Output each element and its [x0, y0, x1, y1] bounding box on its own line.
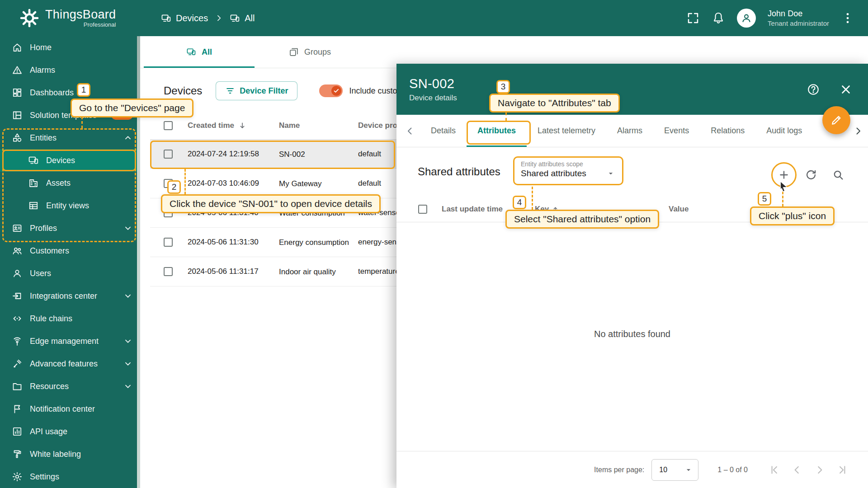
tab-groups[interactable]: Groups [255, 36, 365, 68]
row-checkbox[interactable] [164, 208, 173, 217]
sidebar-item-home[interactable]: Home [0, 36, 140, 59]
last-page-button[interactable] [836, 464, 848, 476]
column-label: Created time [188, 121, 234, 130]
breadcrumb-devices[interactable]: Devices [161, 13, 208, 23]
drawer-tab-details[interactable]: Details [420, 115, 467, 147]
empty-state: No attributes found [396, 329, 868, 339]
home-icon [12, 42, 23, 53]
sidebar-item-assets[interactable]: Assets [0, 172, 140, 194]
sidebar-item-alarms[interactable]: Alarms [0, 59, 140, 81]
devices-group-icon [230, 13, 240, 23]
column-created-time[interactable]: Created time [188, 121, 279, 130]
cell-name: Water consumption [279, 208, 358, 218]
sidebar-item-profiles[interactable]: Profiles [0, 217, 140, 239]
refresh-icon [805, 169, 817, 181]
add-attribute-button[interactable] [778, 169, 790, 181]
thingsboard-logo[interactable]: ThingsBoard Professional [0, 8, 140, 28]
scope-value: Shared attributes [521, 169, 586, 178]
first-page-button[interactable] [769, 464, 780, 476]
drawer-tab-latest-telemetry[interactable]: Latest telemetry [527, 115, 606, 147]
edit-icon [830, 114, 843, 127]
drawer-title: SN-002 [409, 76, 457, 91]
sidebar-item-label: Entity views [46, 201, 89, 211]
page-size-value: 10 [659, 466, 667, 474]
items-per-page-label: Items per page: [594, 466, 644, 474]
column-key[interactable]: Key [535, 205, 669, 214]
include-customers-toggle[interactable] [319, 84, 343, 97]
sidebar-item-label: Users [30, 269, 51, 278]
previous-page-button[interactable] [791, 464, 803, 476]
drawer-tab-audit-logs[interactable]: Audit logs [755, 115, 813, 147]
next-page-button[interactable] [814, 464, 826, 476]
cell-created-time: 2024-05-06 11:31:17 [188, 267, 279, 276]
sidebar-item-white-labeling[interactable]: White labeling [0, 443, 140, 465]
first-page-icon [769, 464, 780, 476]
notifications-button[interactable] [712, 11, 725, 25]
sidebar-item-rule-chains[interactable]: Rule chains [0, 307, 140, 330]
breadcrumb-all[interactable]: All [230, 13, 255, 23]
drawer-tab-events[interactable]: Events [653, 115, 700, 147]
cell-created-time: 2024-05-06 11:31:40 [188, 208, 279, 217]
drawer-tab-alarms[interactable]: Alarms [606, 115, 653, 147]
device-filter-button[interactable]: Device Filter [216, 81, 297, 100]
row-checkbox[interactable] [164, 267, 173, 276]
column-value: Value [669, 205, 868, 214]
sidebar-item-devices[interactable]: Devices [0, 149, 140, 172]
sidebar-item-api-usage[interactable]: API usage [0, 420, 140, 443]
sidebar-item-edge-management[interactable]: Edge management [0, 330, 140, 352]
tab-label: Groups [304, 47, 331, 57]
avatar[interactable] [737, 9, 756, 28]
refresh-button[interactable] [805, 169, 817, 181]
sidebar-item-settings[interactable]: Settings [0, 465, 140, 488]
drawer-tab-attributes[interactable]: Attributes [467, 115, 527, 147]
sidebar-item-advanced-features[interactable]: Advanced features [0, 352, 140, 375]
row-checkbox[interactable] [164, 150, 173, 159]
sidebar-scrollbar-thumb[interactable] [137, 36, 140, 117]
sidebar-item-entity-views[interactable]: Entity views [0, 194, 140, 217]
help-button[interactable] [807, 83, 820, 96]
sidebar-scrollbar[interactable] [137, 36, 140, 488]
sidebar-item-label: Devices [46, 156, 75, 165]
page-title: Devices [164, 84, 202, 97]
last-page-icon [836, 464, 848, 476]
tabs-scroll-left[interactable] [400, 115, 420, 147]
sidebar-item-entities[interactable]: Entities [0, 127, 140, 149]
search-icon [832, 169, 844, 181]
profiles-icon [12, 223, 23, 234]
sidebar-item-integrations-center[interactable]: Integrations center [0, 285, 140, 307]
sidebar-item-customers[interactable]: Customers [0, 239, 140, 262]
row-checkbox[interactable] [164, 238, 173, 247]
sidebar-item-label: White labeling [30, 450, 81, 459]
cell-name: SN-002 [279, 150, 358, 159]
search-button[interactable] [832, 169, 844, 181]
select-all-checkbox[interactable] [164, 121, 173, 130]
caret-down-icon [684, 465, 693, 475]
sidebar-item-resources[interactable]: Resources [0, 375, 140, 398]
drawer-tab-relations[interactable]: Relations [700, 115, 755, 147]
attributes-table-header: Last update time Key Value [396, 197, 868, 222]
devices-icon [161, 13, 171, 23]
page-size-select[interactable]: 10 [651, 459, 698, 481]
tab-all[interactable]: All [144, 36, 255, 68]
column-last-update-time[interactable]: Last update time [442, 205, 535, 214]
app-root: ThingsBoard Professional Devices All Joh… [0, 0, 868, 488]
attributes-scope-select[interactable]: Entity attributes scope Shared attribute… [513, 156, 623, 185]
chevron-down-icon [123, 381, 133, 391]
column-name[interactable]: Name [279, 121, 358, 130]
toggle-thumb [331, 86, 341, 96]
fullscreen-button[interactable] [686, 11, 700, 25]
sidebar-item-users[interactable]: Users [0, 262, 140, 285]
row-checkbox[interactable] [164, 179, 173, 188]
close-button[interactable] [839, 83, 853, 96]
sidebar-item-label: Integrations center [30, 291, 97, 301]
assets-icon [28, 178, 39, 188]
edit-fab[interactable] [822, 106, 850, 134]
sidebar-item-solution-templates[interactable]: Solution templatesNEW [0, 104, 140, 127]
sidebar-item-dashboards[interactable]: Dashboards [0, 81, 140, 104]
device-details-drawer: SN-002 Device details DetailsAttributesL… [396, 64, 868, 488]
attr-select-all-checkbox[interactable] [418, 205, 427, 214]
sidebar-item-notification-center[interactable]: Notification center [0, 398, 140, 420]
tabs-scroll-right[interactable] [848, 115, 868, 147]
help-icon [807, 83, 820, 96]
more-menu-button[interactable] [841, 11, 854, 25]
